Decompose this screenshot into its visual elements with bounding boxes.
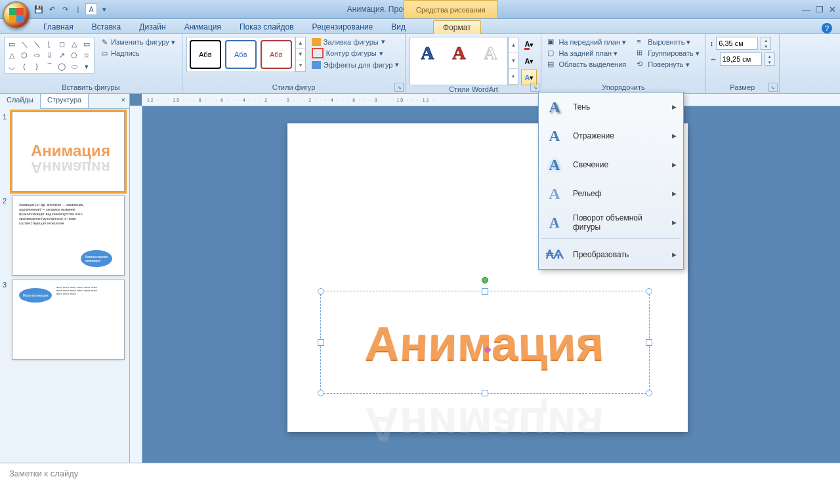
height-input[interactable]: 6,35 см bbox=[716, 37, 758, 50]
wa-swatch[interactable]: A bbox=[413, 40, 442, 66]
align-button[interactable]: ≡Выровнять ▾ bbox=[635, 37, 702, 47]
resize-handle[interactable] bbox=[318, 288, 324, 295]
text-effects-icon: A bbox=[524, 74, 530, 81]
tab-home[interactable]: Главная bbox=[34, 20, 83, 33]
wordart-gallery[interactable]: A A A bbox=[410, 37, 508, 85]
qat-dropdown-icon[interactable]: ▾ bbox=[98, 3, 110, 15]
font-icon[interactable]: A bbox=[85, 3, 97, 15]
textbox-button[interactable]: ▭Надпись bbox=[97, 48, 178, 58]
office-button[interactable] bbox=[3, 1, 30, 29]
tab-outline[interactable]: Структура bbox=[41, 94, 89, 108]
shape-effects-button[interactable]: Эффекты для фигур ▾ bbox=[310, 60, 402, 70]
slide-thumbnail[interactable]: Мультипликация текст текст текст текст т… bbox=[12, 280, 125, 360]
maximize-icon[interactable]: ❐ bbox=[816, 5, 824, 14]
shape-style-gallery[interactable]: Абв Абв Абв bbox=[186, 37, 295, 72]
edit-shape-label: Изменить фигуру bbox=[111, 38, 169, 46]
glow-icon: A bbox=[545, 156, 564, 174]
slide-editor[interactable]: · 12 · · · 10 · · · 8 · · · 6 · · · 4 · … bbox=[130, 94, 840, 463]
text-outline-button[interactable]: A▾ bbox=[521, 53, 537, 69]
shape-fill-button[interactable]: Заливка фигуры ▾ bbox=[310, 37, 402, 47]
thumbnail-list: 1 Анимация Анимация 2 Анимация (от фр. a… bbox=[0, 109, 129, 463]
group-shape-styles: Абв Абв Абв ▲▼▾ Заливка фигуры ▾ Контур … bbox=[182, 34, 406, 93]
menu-bevel[interactable]: A Рельеф▶ bbox=[539, 179, 683, 208]
edit-shape-button[interactable]: ✎Изменить фигуру ▾ bbox=[97, 37, 178, 47]
menu-reflection[interactable]: A Отражение▶ bbox=[539, 121, 683, 150]
shape-outline-button[interactable]: Контур фигуры ▾ bbox=[310, 47, 402, 59]
tab-format[interactable]: Формат bbox=[433, 20, 481, 34]
panel-close-icon[interactable]: × bbox=[117, 94, 129, 108]
rotate-button[interactable]: ⟲Повернуть ▾ bbox=[635, 59, 702, 70]
transform-icon: ₳Ѧ bbox=[545, 245, 564, 264]
align-label: Выровнять bbox=[648, 38, 684, 46]
slide-panel: Слайды Структура × 1 Анимация Анимация 2… bbox=[0, 94, 130, 463]
tab-animation[interactable]: Анимация bbox=[175, 20, 230, 33]
bring-front-button[interactable]: ▣На передний план ▾ bbox=[545, 37, 628, 47]
dialog-launcher-icon[interactable]: ↘ bbox=[768, 83, 778, 92]
dialog-launcher-icon[interactable]: ↘ bbox=[394, 83, 404, 92]
fill-icon bbox=[312, 38, 321, 46]
height-spinner[interactable]: ▲▼ bbox=[761, 37, 771, 50]
selection-pane-button[interactable]: ▤Область выделения bbox=[545, 59, 628, 70]
outline-label: Контур фигуры bbox=[326, 49, 377, 57]
redo-icon[interactable]: ↷ bbox=[59, 3, 71, 15]
group-button[interactable]: ⊞Группировать ▾ bbox=[635, 48, 702, 58]
undo-icon[interactable]: ↶ bbox=[46, 3, 58, 15]
style-swatch[interactable]: Абв bbox=[261, 40, 292, 69]
wa-swatch[interactable]: A bbox=[476, 40, 505, 66]
resize-handle[interactable] bbox=[646, 339, 652, 346]
style-swatch[interactable]: Абв bbox=[190, 40, 221, 69]
tab-slides[interactable]: Слайды bbox=[0, 94, 41, 109]
thumb-number: 1 bbox=[3, 112, 12, 192]
tab-slideshow[interactable]: Показ слайдов bbox=[230, 20, 303, 33]
text-outline-icon: A bbox=[524, 57, 530, 65]
tab-design[interactable]: Дизайн bbox=[130, 20, 175, 33]
submenu-arrow-icon: ▶ bbox=[672, 161, 677, 168]
width-input[interactable]: 19,25 см bbox=[720, 52, 762, 66]
save-icon[interactable]: 💾 bbox=[33, 3, 45, 15]
tab-insert[interactable]: Вставка bbox=[83, 20, 131, 33]
contextual-tab-drawing-tools: Средства рисования bbox=[404, 0, 498, 18]
wa-swatch[interactable]: A bbox=[444, 40, 473, 66]
group-label-shape-styles: Стили фигур bbox=[186, 83, 402, 92]
send-back-button[interactable]: ▢На задний план ▾ bbox=[545, 48, 628, 58]
vertical-ruler bbox=[130, 106, 142, 463]
resize-handle[interactable] bbox=[318, 339, 324, 346]
rotate-icon: ⟲ bbox=[637, 60, 646, 69]
width-spinner[interactable]: ▲▼ bbox=[765, 52, 775, 66]
resize-handle[interactable] bbox=[318, 390, 324, 396]
pane-label: Область выделения bbox=[558, 60, 626, 68]
resize-handle[interactable] bbox=[646, 288, 652, 295]
resize-handle[interactable] bbox=[646, 390, 652, 396]
help-icon[interactable]: ? bbox=[822, 23, 832, 33]
send-back-icon: ▢ bbox=[547, 49, 556, 58]
slide-thumbnail[interactable]: Анимация Анимация bbox=[12, 112, 125, 192]
effects-label: Эффекты для фигур bbox=[324, 61, 393, 69]
title-bar: 💾 ↶ ↷ | A ▾ Анимация. Проба - Microsoft … bbox=[0, 0, 840, 19]
tab-review[interactable]: Рецензирование bbox=[303, 20, 383, 33]
tab-view[interactable]: Вид bbox=[382, 20, 415, 33]
notes-pane[interactable]: Заметки к слайду bbox=[0, 463, 840, 504]
menu-glow[interactable]: A Свечение▶ bbox=[539, 150, 683, 179]
gallery-scroll[interactable]: ▲▼▾ bbox=[295, 37, 306, 72]
adjust-handle[interactable] bbox=[484, 346, 491, 354]
menu-3d-rotation[interactable]: A Поворот объемной фигуры▶ bbox=[539, 208, 683, 237]
text-fill-button[interactable]: A▾ bbox=[521, 37, 537, 52]
resize-handle[interactable] bbox=[482, 288, 488, 295]
ribbon: ▭＼＼⌊◻△▭ △⬡⇨⇩↗⬠☆ ◡(}⌒◯⬭▾ ✎Изменить фигуру… bbox=[0, 34, 840, 94]
shapes-gallery[interactable]: ▭＼＼⌊◻△▭ △⬡⇨⇩↗⬠☆ ◡(}⌒◯⬭▾ bbox=[4, 37, 94, 74]
minimize-icon[interactable]: — bbox=[802, 5, 810, 14]
thumb-number: 3 bbox=[3, 280, 12, 360]
rotate-handle[interactable] bbox=[482, 277, 488, 284]
bring-front-icon: ▣ bbox=[547, 37, 556, 47]
menu-transform[interactable]: ₳Ѧ Преобразовать▶ bbox=[539, 240, 683, 269]
resize-handle[interactable] bbox=[482, 390, 488, 396]
selection-icon: ▤ bbox=[547, 60, 556, 69]
group-label-insert-shapes: Вставить фигуры bbox=[4, 83, 178, 92]
menu-shadow[interactable]: A Тень▶ bbox=[539, 93, 683, 121]
wa-gallery-scroll[interactable]: ▲▼▾ bbox=[508, 37, 518, 85]
style-swatch[interactable]: Абв bbox=[225, 40, 257, 69]
dialog-launcher-icon[interactable]: ↘ bbox=[530, 83, 539, 92]
bevel-icon: A bbox=[545, 184, 564, 203]
slide-thumbnail[interactable]: Анимация (от фр. animation — оживление,о… bbox=[12, 196, 125, 276]
close-icon[interactable]: ✕ bbox=[829, 5, 836, 14]
